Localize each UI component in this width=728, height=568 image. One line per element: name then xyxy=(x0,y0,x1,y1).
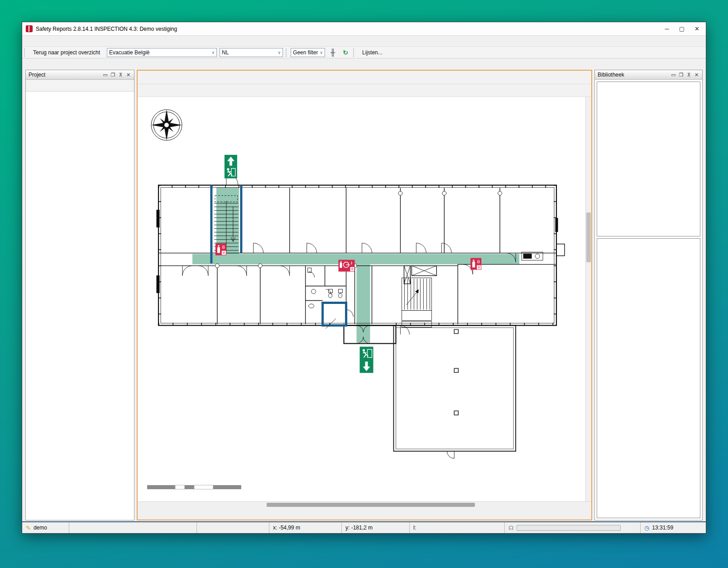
float-panel-icon[interactable]: ❐ xyxy=(677,72,685,78)
status-y-coordinate: y: -181,2 m xyxy=(342,522,410,533)
pin-panel-icon[interactable]: ⊼ xyxy=(685,72,693,78)
filter-settings-icon[interactable]: ╫ xyxy=(328,48,338,57)
drawing-toolbar-row2 xyxy=(138,84,591,97)
sidebar-tabs xyxy=(25,59,134,70)
library-tabs xyxy=(594,59,703,70)
scrollbar-thumb[interactable] xyxy=(267,503,475,507)
maximize-panel-icon[interactable]: ▭ xyxy=(670,72,677,78)
toolbar-grip xyxy=(353,48,355,57)
scrollbar-thumb[interactable] xyxy=(586,212,591,262)
zoom-slider[interactable] xyxy=(517,525,621,531)
pin-panel-icon[interactable]: ⊼ xyxy=(117,72,125,78)
compass-rose xyxy=(151,110,182,140)
scale-bar xyxy=(147,485,241,489)
clock-icon: ◷ xyxy=(644,525,649,531)
close-button[interactable]: ✕ xyxy=(694,25,699,32)
title-bar: Safety Reports 2.8.14.1 INSPECTION 4.3: … xyxy=(22,22,706,36)
lists-button[interactable]: Lijsten... xyxy=(358,48,387,58)
project-panel-header: Project ▭ ❐ ⊼ ✕ xyxy=(26,70,134,80)
toolbar-grip xyxy=(24,48,26,57)
project-tree xyxy=(26,91,134,520)
filter-combobox[interactable]: Geen filter ∨ xyxy=(291,48,325,57)
fire-hose-reel-icon[interactable] xyxy=(339,260,355,272)
window-title: Safety Reports 2.8.14.1 INSPECTION 4.3: … xyxy=(36,26,177,32)
status-zoom: ☊ xyxy=(505,522,641,533)
document-frame xyxy=(137,70,592,520)
status-bar: ✎ demo x: -54,99 m y: -181,2 m l: ☊ ◷ 13… xyxy=(22,521,706,533)
project-sidebar: Project ▭ ❐ ⊼ ✕ xyxy=(22,58,135,521)
antenna-icon: ☊ xyxy=(508,525,514,531)
close-panel-icon[interactable]: ✕ xyxy=(693,72,700,78)
float-panel-icon[interactable]: ❐ xyxy=(109,72,117,78)
floor-plan-svg[interactable] xyxy=(138,97,585,501)
status-length: l: xyxy=(410,522,505,533)
language-combobox[interactable]: NL ∨ xyxy=(220,48,283,57)
floor-plan-canvas[interactable] xyxy=(138,97,585,501)
fire-extinguisher-icon[interactable] xyxy=(216,244,226,255)
document-tabs xyxy=(137,59,592,70)
project-tree-toolbar xyxy=(26,80,134,91)
status-empty xyxy=(197,522,269,533)
status-file: demo xyxy=(34,525,47,531)
library-category-list xyxy=(597,82,700,236)
toolbar-grip xyxy=(286,48,288,57)
chevron-down-icon: ∨ xyxy=(276,50,281,55)
status-empty xyxy=(69,522,197,533)
refresh-icon[interactable]: ↻ xyxy=(340,48,350,57)
status-clock: ◷ 13:31:59 xyxy=(641,522,706,533)
drawing-toolbar-row1 xyxy=(138,71,591,84)
app-window: Safety Reports 2.8.14.1 INSPECTION 4.3: … xyxy=(22,22,706,534)
canvas-horizontal-scrollbar[interactable] xyxy=(138,501,591,507)
app-logo-icon xyxy=(26,25,33,32)
panel-title: Project xyxy=(29,72,101,78)
chevron-down-icon: ∨ xyxy=(318,50,323,55)
document-bottom-tabs xyxy=(138,507,591,520)
minimize-button[interactable]: ─ xyxy=(665,25,669,32)
chevron-down-icon: ∨ xyxy=(210,50,215,55)
library-panel-header: Bibliotheek ▭ ❐ ⊼ ✕ xyxy=(595,70,702,80)
document-area xyxy=(135,58,594,521)
profile-combobox[interactable]: Evacuatie België ∨ xyxy=(107,48,217,57)
symbol-legend-list xyxy=(597,238,700,518)
maximize-button[interactable]: ▢ xyxy=(679,25,685,32)
back-to-project-button[interactable]: Terug naar project overzicht xyxy=(29,48,104,58)
panel-title: Bibliotheek xyxy=(598,72,670,78)
fire-extinguisher-icon[interactable] xyxy=(470,258,481,270)
canvas-vertical-scrollbar[interactable] xyxy=(585,97,591,501)
main-toolbar: Terug naar project overzicht Evacuatie B… xyxy=(22,47,706,58)
edit-pencil-icon: ✎ xyxy=(26,525,31,531)
library-sidebar: Bibliotheek ▭ ❐ ⊼ ✕ xyxy=(594,58,706,521)
emergency-exit-sign-down[interactable] xyxy=(360,347,374,373)
maximize-panel-icon[interactable]: ▭ xyxy=(101,72,109,78)
emergency-exit-sign-up[interactable] xyxy=(225,155,237,178)
status-time: 13:31:59 xyxy=(652,525,673,531)
status-x-coordinate: x: -54,99 m xyxy=(269,522,342,533)
label-leader-line xyxy=(326,318,336,328)
menu-bar xyxy=(22,36,706,47)
close-panel-icon[interactable]: ✕ xyxy=(125,72,132,78)
